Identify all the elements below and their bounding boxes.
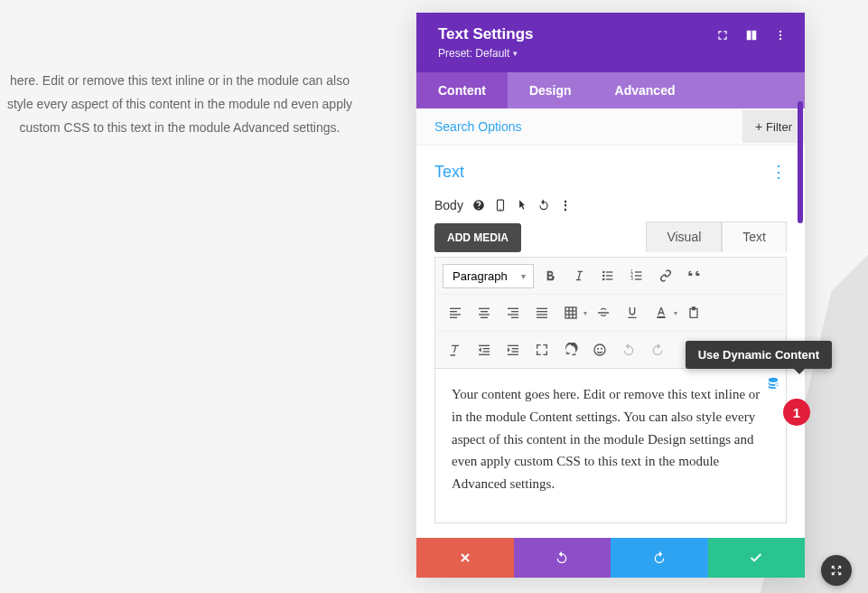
svg-rect-45 [512,351,518,352]
svg-rect-16 [635,278,641,279]
tablet-icon[interactable] [494,199,507,212]
emoji-icon[interactable] [587,337,612,362]
preset-selector[interactable]: Preset: Default ▾ [438,47,533,60]
svg-rect-22 [481,311,488,312]
columns-icon[interactable] [745,29,758,42]
tab-design[interactable]: Design [508,72,593,108]
svg-rect-21 [479,308,490,309]
svg-point-6 [602,275,605,278]
field-more-icon[interactable]: ⋮ [559,198,572,212]
settings-tabs: Content Design Advanced [416,72,805,108]
italic-icon[interactable] [566,263,592,288]
field-label-body: Body [434,198,463,212]
svg-point-47 [594,344,605,355]
svg-rect-23 [479,314,490,315]
add-media-button[interactable]: ADD MEDIA [434,223,521,252]
search-row: + Filter [416,108,805,146]
scrollbar[interactable] [798,101,803,523]
svg-rect-26 [511,311,518,312]
editor-tab-visual[interactable]: Visual [646,221,722,252]
svg-point-5 [602,271,605,274]
svg-text:+: + [776,383,779,389]
svg-rect-40 [483,348,490,349]
modal-header: Text Settings Preset: Default ▾ [416,13,805,72]
tab-advanced[interactable]: Advanced [593,72,697,108]
bullet-list-icon[interactable] [595,263,621,288]
strikethrough-icon[interactable] [591,300,616,325]
fullscreen-icon[interactable] [529,337,555,362]
svg-rect-24 [481,317,488,318]
section-title-text[interactable]: Text [434,163,464,182]
table-icon[interactable] [558,300,583,325]
svg-point-48 [597,348,599,350]
scrollbar-thumb[interactable] [798,101,803,223]
underline-icon[interactable] [620,300,645,325]
modal-title: Text Settings [438,25,533,43]
tab-content[interactable]: Content [416,72,508,108]
quote-icon[interactable] [682,263,707,288]
svg-rect-19 [450,314,461,315]
svg-rect-38 [657,316,665,318]
badge-1: 1 [783,399,810,426]
indent-icon[interactable] [500,337,526,362]
redo-button[interactable] [611,538,708,578]
table-caret-icon[interactable]: ▾ [583,309,587,317]
plus-icon: + [755,119,762,134]
expand-icon[interactable] [716,29,729,42]
svg-point-0 [779,31,781,33]
text-settings-modal: Text Settings Preset: Default ▾ Content … [416,13,805,578]
outdent-icon[interactable] [471,337,497,362]
svg-rect-44 [512,348,518,349]
svg-rect-9 [606,275,612,276]
redo-editor-icon[interactable] [645,337,670,362]
bold-icon[interactable] [537,263,563,288]
search-input[interactable] [434,108,742,145]
svg-rect-25 [508,308,518,309]
svg-rect-31 [537,314,547,315]
svg-rect-18 [450,311,457,312]
link-icon[interactable] [653,263,678,288]
svg-point-49 [601,348,602,350]
clear-format-icon[interactable] [443,337,468,362]
paragraph-select[interactable]: Paragraph [443,264,534,288]
svg-rect-42 [479,354,490,355]
section-menu-icon[interactable]: ⋮ [770,162,787,182]
svg-point-1 [779,34,781,36]
svg-rect-14 [635,271,641,272]
svg-rect-46 [508,354,518,355]
reset-icon[interactable] [537,199,550,212]
paste-icon[interactable] [681,300,706,325]
hover-icon[interactable] [516,199,528,212]
svg-text:3: 3 [630,277,633,281]
special-char-icon[interactable] [558,337,583,362]
expand-fab[interactable] [821,555,852,586]
more-icon[interactable] [774,29,787,42]
svg-rect-33 [565,307,576,318]
field-label-row: Body ⋮ [434,198,787,212]
modal-footer [416,538,805,578]
numbered-list-icon[interactable]: 123 [624,263,649,288]
undo-editor-icon[interactable] [616,337,641,362]
svg-rect-10 [606,278,612,279]
svg-point-4 [499,209,500,210]
text-color-icon[interactable] [649,300,674,325]
editor-tab-text[interactable]: Text [722,221,787,252]
svg-rect-15 [635,275,641,276]
svg-rect-8 [606,271,612,272]
cancel-button[interactable] [416,538,514,578]
help-icon[interactable] [472,199,485,212]
color-caret-icon[interactable]: ▾ [674,309,677,317]
align-justify-icon[interactable] [529,300,555,325]
save-button[interactable] [708,538,806,578]
svg-rect-30 [537,311,547,312]
align-center-icon[interactable] [471,300,497,325]
dynamic-content-tooltip: Use Dynamic Content [686,341,832,369]
align-left-icon[interactable] [443,300,468,325]
background-page-text: here. Edit or remove this text inline or… [0,70,369,140]
align-right-icon[interactable] [500,300,526,325]
dynamic-content-icon[interactable]: + [766,374,780,389]
svg-rect-17 [450,308,461,309]
undo-button[interactable] [514,538,611,578]
filter-button[interactable]: + Filter [742,110,805,143]
editor-content-area[interactable]: Your content goes here. Edit or remove t… [434,369,787,523]
